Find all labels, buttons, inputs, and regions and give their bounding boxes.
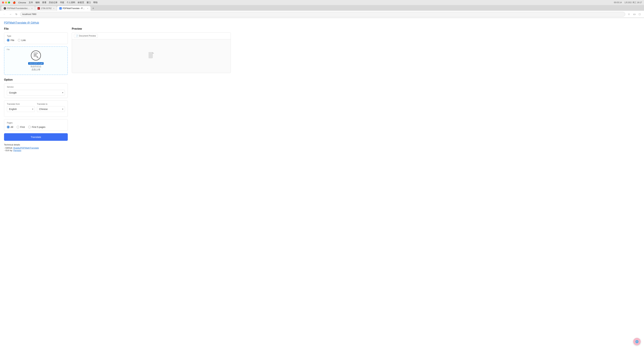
file-name-badge: 1610.02357v3.pdf [28, 62, 44, 65]
file-drop-label: File [7, 48, 10, 50]
new-tab-button[interactable]: + [91, 6, 96, 11]
close-window-btn[interactable] [2, 1, 4, 3]
type-box: Type File Link [4, 32, 68, 44]
preview-body [72, 39, 230, 73]
menu-help[interactable]: 帮助 [93, 1, 98, 4]
tech-github-label: - GitHub: [4, 147, 13, 149]
system-date: 1月15日 周三 18:17 [624, 1, 642, 4]
tech-github-row: - GitHub: Byaidu/PDFMathTranslate [4, 147, 68, 149]
menu-file[interactable]: 文件 [29, 1, 33, 4]
service-box: Service Google Bing DeepL Ollama OpenAI … [4, 83, 68, 98]
tech-github-link[interactable]: Byaidu/PDFMathTranslate [14, 147, 39, 149]
to-select-wrapper: Chinese English French German Japanese ▾ [37, 106, 65, 112]
service-select-wrapper: Google Bing DeepL Ollama OpenAI ▾ [7, 90, 65, 95]
radio-option-link[interactable]: Link [18, 39, 26, 41]
preview-tab-label: Document Preview [79, 35, 96, 37]
pages-option-first[interactable]: First [16, 126, 25, 128]
browser-top-bar: 🍎 Chrome 文件 编辑 查看 历史记录 书签 个人资料 标签页 窗口 帮助… [0, 0, 644, 5]
menu-view[interactable]: 查看 [42, 1, 46, 4]
pages-box: Pages All First First 5 pages [4, 119, 68, 131]
pages-label: Pages [7, 122, 65, 124]
type-label: Type [7, 35, 65, 37]
forward-button[interactable]: → [8, 12, 13, 16]
file-drop-area[interactable]: File ↖ [4, 46, 68, 75]
menu-history[interactable]: 历史记录 [49, 1, 58, 4]
tab-label-pdfmath: PDFMathTranslate - PDF Tran... [63, 7, 86, 9]
tab-pdfmathtranslate-docs[interactable]: G PDFMathTranslate/docs/REA... × [1, 6, 35, 11]
address-input[interactable] [20, 12, 625, 16]
tech-details-title: Technical details [4, 143, 68, 146]
radio-option-file[interactable]: File [7, 39, 14, 41]
svg-rect-3 [34, 56, 36, 56]
maximize-window-btn[interactable] [8, 1, 10, 3]
tab-close-docs[interactable]: × [32, 7, 32, 9]
translate-lang-box: Translate from English Chinese French Ge… [4, 100, 68, 117]
file-icon-container: ↖ [31, 50, 41, 60]
option-section-title: Option [4, 78, 68, 81]
radio-link-label: Link [22, 39, 26, 41]
tab-label-arxiv: 1706.03762 [41, 7, 52, 9]
cursor-arrow-icon: ↖ [36, 55, 39, 59]
bookmark-icon[interactable]: ☆ [626, 12, 631, 16]
browser-menu: 文件 编辑 查看 历史记录 书签 个人资料 标签页 窗口 帮助 [29, 1, 98, 4]
minimize-window-btn[interactable] [5, 1, 7, 3]
tab-label-docs: PDFMathTranslate/docs/REA... [7, 7, 30, 9]
preview-panel: 📄 Document Preview [72, 32, 231, 73]
pages-first-label: First [20, 126, 25, 128]
screenshot-icon[interactable]: □ [637, 12, 642, 16]
pages-option-first5[interactable]: First 5 pages [28, 126, 46, 128]
cast-icon[interactable]: ▭ [632, 12, 636, 16]
back-button[interactable]: ← [2, 12, 7, 16]
right-panel: Preview 📄 Document Preview [72, 27, 231, 152]
radio-file-label: File [10, 39, 14, 41]
tab-close-arxiv[interactable]: × [53, 7, 54, 9]
menu-profile[interactable]: 个人资料 [66, 1, 75, 4]
technical-details: Technical details - GitHub: Byaidu/PDFMa… [4, 143, 68, 152]
click-upload-text: 点击上传 [32, 68, 40, 71]
radio-file-circle [7, 39, 10, 41]
service-select[interactable]: Google Bing DeepL Ollama OpenAI [7, 90, 65, 95]
tech-gui-row: - GUI by: Pengxin [4, 149, 68, 152]
github-link[interactable]: PDFMathTranslate @ GitHub [4, 21, 39, 24]
menu-bookmarks[interactable]: 书签 [60, 1, 64, 4]
page-content: PDFMathTranslate @ GitHub File Type File… [0, 18, 235, 155]
pages-all-circle [7, 126, 10, 128]
menu-tabs[interactable]: 标签页 [78, 1, 84, 4]
tab-pdfmathtranslate-active[interactable]: P PDFMathTranslate - PDF Tran... × [57, 6, 90, 11]
to-language-select[interactable]: Chinese English French German Japanese [37, 106, 65, 112]
tab-close-pdfmath[interactable]: × [87, 7, 88, 9]
svg-rect-1 [34, 54, 36, 55]
left-panel: File Type File Link File [4, 27, 68, 152]
file-section-title: File [4, 27, 68, 30]
browser-tabs: G PDFMathTranslate/docs/REA... × ar 1706… [0, 5, 644, 11]
translate-to-label: Translate to [37, 103, 65, 105]
preview-tab-bar: 📄 Document Preview [72, 32, 230, 39]
tech-gui-link[interactable]: Pengxin [14, 149, 21, 152]
tab-favicon-pdfmath: P [59, 7, 62, 9]
preview-empty-file-icon [148, 52, 154, 60]
pages-first5-label: First 5 pages [32, 126, 46, 128]
pages-all-label: All [10, 126, 13, 128]
pages-option-all[interactable]: All [7, 126, 13, 128]
translate-from-group: Translate from English Chinese French Ge… [7, 103, 35, 112]
browser-app-name: Chrome [18, 1, 26, 4]
from-language-select[interactable]: English Chinese French German Japanese [7, 106, 35, 112]
translate-button[interactable]: Translate [4, 133, 68, 141]
translate-to-group: Translate to Chinese English French Germ… [37, 103, 65, 112]
option-section: Option Service Google Bing DeepL Ollama … [4, 78, 68, 131]
tech-gui-label: - GUI by: [4, 149, 13, 152]
refresh-button[interactable]: ↻ [14, 12, 19, 16]
tab-favicon-arxiv: ar [38, 7, 40, 9]
pages-first5-circle [28, 126, 31, 128]
preview-title: Preview [72, 27, 231, 30]
service-label: Service [7, 86, 65, 88]
tab-arxiv[interactable]: ar 1706.03762 × [35, 6, 57, 11]
pages-first-circle [16, 126, 19, 128]
radio-link-circle [18, 39, 20, 41]
menu-edit[interactable]: 编辑 [36, 1, 40, 4]
drag-drop-text: 拖放到此处 [30, 65, 42, 68]
menu-window[interactable]: 窗口 [86, 1, 91, 4]
window-controls[interactable] [2, 1, 10, 3]
main-layout: File Type File Link File [4, 27, 231, 152]
preview-document-tab[interactable]: 📄 Document Preview [74, 34, 98, 38]
